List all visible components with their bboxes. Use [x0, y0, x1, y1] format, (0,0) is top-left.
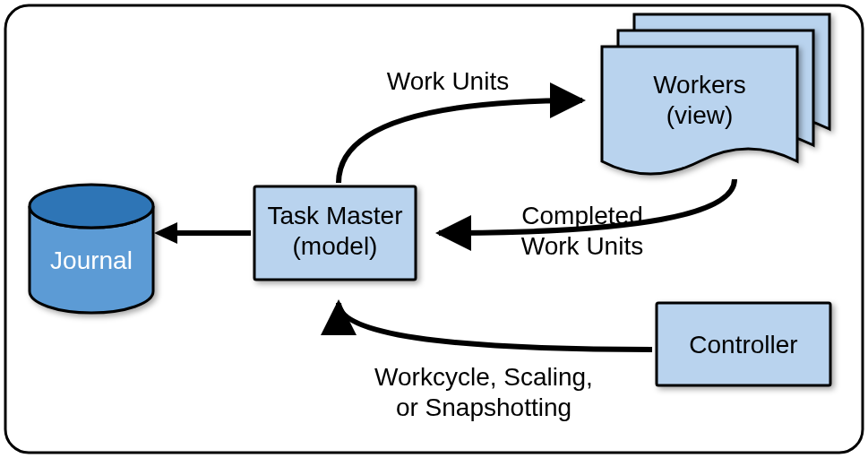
journal-label: Journal: [50, 246, 133, 274]
controller-label: Controller: [689, 331, 797, 359]
edge-work-units-label: Work Units: [387, 67, 509, 95]
svg-point-0: [30, 185, 153, 228]
edge-taskmaster-to-journal: [154, 222, 251, 244]
edge-work-units: [339, 100, 582, 183]
workers-label-2: (view): [666, 101, 734, 129]
workers-label-1: Workers: [653, 71, 746, 99]
svg-marker-4: [154, 222, 177, 244]
edge-completed-label-2: Work Units: [521, 232, 643, 260]
taskmaster-label-1: Task Master: [268, 202, 403, 229]
edge-workcycle-label-2: or Snapshotting: [396, 393, 572, 421]
edge-workcycle-label-1: Workcycle, Scaling,: [374, 363, 593, 391]
edge-workcycle: [339, 303, 652, 350]
taskmaster-label-2: (model): [293, 232, 378, 260]
edge-completed-label-1: Completed: [521, 202, 642, 229]
architecture-diagram: Journal Task Master (model) Workers (vie…: [0, 0, 868, 458]
